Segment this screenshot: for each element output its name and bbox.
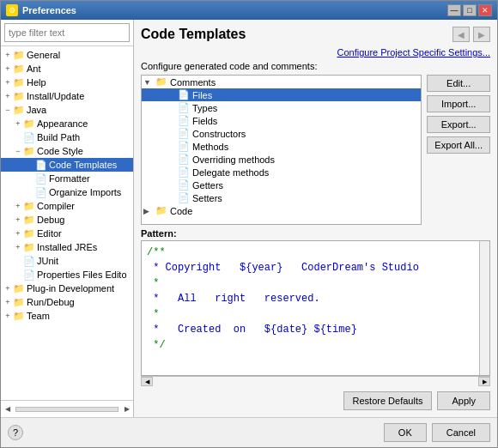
sidebar-tree: + 📁 General + 📁 Ant + 📁 Help (1, 46, 133, 400)
expander-icon (166, 181, 178, 190)
sidebar-item-formatter[interactable]: 📄 Formatter (1, 172, 133, 185)
expander-icon (166, 142, 178, 151)
close-button[interactable]: ✕ (478, 4, 492, 16)
folder-icon: 📁 (13, 76, 25, 88)
sidebar-item-run-debug[interactable]: + 📁 Run/Debug (1, 295, 133, 309)
sidebar-hscrollbar[interactable] (15, 407, 118, 412)
sidebar-item-compiler[interactable]: + 📁 Compiler (1, 199, 133, 213)
back-button[interactable]: ◀ (452, 27, 470, 42)
code-area[interactable]: /** * Copyright ${year} CoderDream's Stu… (142, 241, 479, 375)
sidebar-item-debug[interactable]: + 📁 Debug (1, 213, 133, 227)
sidebar-item-label: Run/Debug (27, 297, 75, 307)
template-node-constructors[interactable]: 📄 Constructors (142, 127, 421, 140)
template-node-files[interactable]: 📄 Files (142, 88, 421, 101)
filter-input[interactable] (4, 23, 130, 42)
item-icon: 📄 (178, 115, 190, 126)
template-node-delegate[interactable]: 📄 Delegate methods (142, 166, 421, 179)
template-node-fields[interactable]: 📄 Fields (142, 114, 421, 127)
scroll-left-btn[interactable]: ◀ (1, 401, 14, 417)
template-node-types[interactable]: 📄 Types (142, 101, 421, 114)
template-tree-scroll[interactable]: ▼ 📁 Comments 📄 Files (142, 76, 421, 224)
h-scroll-track (153, 377, 478, 386)
sidebar-item-java[interactable]: − 📁 Java (1, 103, 133, 117)
expand-icon (25, 187, 35, 197)
h-scroll-right-btn[interactable]: ▶ (478, 377, 490, 386)
expand-icon (13, 132, 23, 142)
expand-icon: − (3, 105, 13, 115)
sidebar-item-installed-jres[interactable]: + 📁 Installed JREs (1, 240, 133, 254)
maximize-button[interactable]: □ (463, 4, 477, 16)
sidebar-item-properties-files[interactable]: 📄 Properties Files Edito (1, 268, 133, 282)
sidebar-item-build-path[interactable]: 📄 Build Path (1, 130, 133, 144)
bottom-bar: ? OK Cancel (1, 417, 497, 447)
template-node-getters[interactable]: 📄 Getters (142, 179, 421, 191)
apply-button[interactable]: Apply (437, 391, 490, 410)
h-scroll-left-btn[interactable]: ◀ (141, 377, 153, 386)
help-button[interactable]: ? (8, 425, 23, 440)
expand-icon: + (3, 77, 13, 88)
sidebar-item-plugin-dev[interactable]: + 📁 Plug-in Development (1, 282, 133, 295)
pattern-hscrollbar[interactable]: ◀ ▶ (141, 376, 490, 386)
export-button[interactable]: Export... (427, 116, 490, 133)
minimize-button[interactable]: — (447, 4, 461, 16)
forward-button[interactable]: ▶ (473, 27, 490, 42)
pattern-vscrollbar[interactable] (479, 241, 489, 375)
expand-icon: + (13, 215, 23, 225)
sidebar-item-label: Code Style (37, 146, 83, 156)
folder-icon: 📁 (155, 205, 167, 216)
sidebar-item-label: Formatter (49, 173, 90, 184)
item-icon: 📄 (178, 179, 190, 191)
pattern-label: Pattern: (141, 228, 490, 239)
export-all-button[interactable]: Export All... (427, 136, 490, 154)
page-title: Code Templates (141, 27, 246, 42)
template-node-label: Delegate methods (192, 167, 269, 178)
scroll-right-btn[interactable]: ▶ (120, 401, 133, 417)
edit-button[interactable]: Edit... (427, 75, 490, 92)
template-node-setters[interactable]: 📄 Setters (142, 191, 421, 204)
ok-button[interactable]: OK (384, 423, 427, 442)
sidebar-item-editor[interactable]: + 📁 Editor (1, 227, 133, 240)
folder-icon: 📁 (13, 296, 25, 308)
sidebar-item-general[interactable]: + 📁 General (1, 48, 133, 62)
expander-icon (166, 117, 178, 125)
expander-icon (166, 194, 178, 203)
item-icon: 📄 (35, 159, 47, 171)
cancel-button[interactable]: Cancel (432, 423, 490, 442)
sidebar-item-appearance[interactable]: + 📁 Appearance (1, 117, 133, 130)
expand-icon: + (3, 64, 13, 74)
template-node-overriding[interactable]: 📄 Overriding methods (142, 153, 421, 166)
template-node-code[interactable]: ▶ 📁 Code (142, 204, 421, 217)
sidebar-item-code-templates[interactable]: 📄 Code Templates (1, 158, 133, 172)
template-node-methods[interactable]: 📄 Methods (142, 140, 421, 153)
expand-icon: + (3, 297, 13, 307)
sidebar-item-team[interactable]: + 📁 Team (1, 309, 133, 323)
window-title: Preferences (22, 5, 76, 15)
template-node-comments[interactable]: ▼ 📁 Comments (142, 76, 421, 88)
sidebar-item-label: Debug (37, 215, 64, 225)
sidebar-item-ant[interactable]: + 📁 Ant (1, 62, 133, 76)
sidebar-item-help[interactable]: + 📁 Help (1, 76, 133, 89)
expand-icon: + (3, 91, 13, 101)
sidebar-item-label: Installed JREs (37, 242, 97, 252)
preferences-window: ⚙ Preferences — □ ✕ + 📁 General (0, 0, 498, 448)
folder-icon: 📁 (23, 145, 35, 157)
sidebar-item-code-style[interactable]: − 📁 Code Style (1, 144, 133, 158)
sidebar-item-label: Editor (37, 228, 62, 239)
item-icon: 📄 (178, 192, 190, 203)
item-icon: 📄 (178, 154, 190, 165)
sidebar-item-install-update[interactable]: + 📁 Install/Update (1, 89, 133, 103)
sidebar-item-label: Build Path (37, 132, 80, 142)
sidebar-item-organize-imports[interactable]: 📄 Organize Imports (1, 185, 133, 199)
item-icon: 📄 (23, 131, 35, 143)
sidebar-item-label: Properties Files Edito (37, 269, 127, 280)
sidebar-item-junit[interactable]: 📄 JUnit (1, 254, 133, 268)
expander-icon: ▶ (143, 207, 155, 215)
import-button[interactable]: Import... (427, 95, 490, 112)
item-icon: 📄 (35, 173, 47, 185)
expand-icon (13, 256, 23, 266)
folder-icon: 📁 (23, 214, 35, 226)
restore-defaults-button[interactable]: Restore Defaults (343, 391, 433, 410)
sidebar-item-label: Ant (27, 64, 41, 74)
sidebar-item-label: General (27, 50, 60, 60)
configure-project-link[interactable]: Configure Project Specific Settings... (141, 47, 490, 58)
